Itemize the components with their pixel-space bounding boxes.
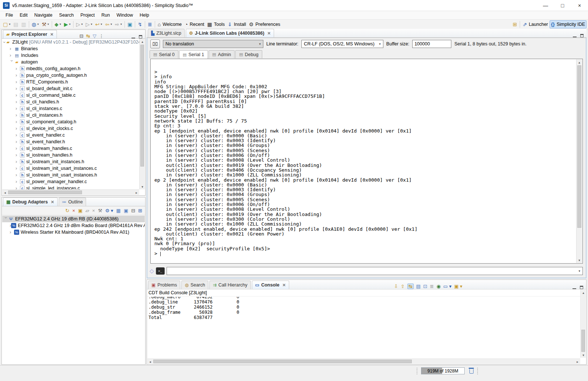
maximize-view-icon[interactable] bbox=[580, 34, 584, 37]
open-console-button[interactable]: ▣ ▾ bbox=[454, 284, 462, 289]
project-tree-item[interactable]: ›hmbedtls_config_autogen.h bbox=[2, 65, 139, 72]
menu-item-navigate[interactable]: Navigate bbox=[31, 11, 56, 19]
link-with-editor-button[interactable]: ↹ bbox=[86, 34, 90, 38]
debug-button[interactable]: ◆▾ bbox=[53, 20, 63, 28]
project-tree-item[interactable]: ›csl_simple_led_instances.c bbox=[2, 185, 139, 189]
console-vscrollbar[interactable]: ▴ ▾ bbox=[580, 290, 586, 358]
device-tools-button[interactable]: ⚒ bbox=[98, 208, 102, 213]
project-tree-item[interactable]: ›▤Includes bbox=[2, 52, 139, 59]
command-input[interactable]: ▾ bbox=[167, 267, 583, 275]
project-tree-item[interactable]: ›▦Binaries bbox=[2, 45, 139, 52]
chevron-right-icon[interactable]: › bbox=[16, 92, 20, 98]
run-button[interactable]: ▶▾ bbox=[62, 20, 72, 28]
scroll-left-icon[interactable]: ◂ bbox=[2, 190, 8, 195]
adapter-settings-button[interactable]: ⚙ ▾ bbox=[105, 208, 113, 213]
chevron-right-icon[interactable]: › bbox=[10, 52, 14, 58]
collapse-tree-button[interactable]: ⊟ bbox=[131, 208, 135, 213]
back-button[interactable]: ⇦▾ bbox=[103, 20, 113, 28]
project-tree-item[interactable]: ›hsl_component_catalog.h bbox=[2, 119, 139, 125]
energy-profiler-button[interactable]: ≣ bbox=[146, 20, 154, 28]
project-tree-item[interactable]: ›▰autogen bbox=[2, 59, 139, 65]
menu-item-project[interactable]: Project bbox=[77, 11, 98, 19]
minimize-view-icon[interactable] bbox=[131, 38, 135, 38]
scroll-up-icon[interactable]: ▴ bbox=[140, 39, 145, 44]
disconnect-button[interactable]: × bbox=[72, 208, 75, 213]
editor-tab-j-link-silicon-labs-440085386-[interactable]: ⚙J-Link Silicon Labs (440085386)✕ bbox=[186, 29, 274, 37]
line-terminator-select[interactable]: CR-LF (DOS, OS/2, MS Windows) ▾ bbox=[301, 40, 383, 48]
project-tree-item[interactable]: ›csl_cli_instances.c bbox=[2, 105, 139, 112]
tab-outline[interactable]: ≔Outline bbox=[59, 198, 86, 206]
tab-call-hierarchy[interactable]: ⇉Call Hierarchy bbox=[209, 281, 251, 289]
chevron-right-icon[interactable]: › bbox=[10, 229, 14, 235]
tab-console[interactable]: ▭Console✕ bbox=[252, 281, 289, 289]
welcome-button[interactable]: ⌂Welcome bbox=[156, 20, 183, 28]
chevron-right-icon[interactable]: › bbox=[16, 139, 20, 144]
serial-tab-admin[interactable]: ▤Admin bbox=[209, 50, 235, 58]
collapse-all-button[interactable]: ⊟ bbox=[79, 34, 83, 38]
chevron-right-icon[interactable]: › bbox=[16, 106, 20, 111]
rename-button[interactable]: ▱ bbox=[86, 208, 89, 213]
tab-debug-adapters[interactable]: ▦Debug Adapters✕ bbox=[3, 198, 58, 206]
tools-button[interactable]: ▦Tools bbox=[206, 20, 226, 28]
scroll-up-icon[interactable]: ▴ bbox=[577, 59, 582, 65]
launch-console-button[interactable]: ▣ bbox=[126, 20, 134, 28]
table-view-button[interactable]: ▦ bbox=[116, 208, 121, 213]
project-tree-item[interactable]: ›hsl_iostream_init_usart_instances.h bbox=[2, 172, 139, 178]
menu-item-edit[interactable]: Edit bbox=[16, 11, 31, 19]
scroll-right-icon[interactable]: ▸ bbox=[134, 190, 139, 195]
new-group-button[interactable]: ▣ bbox=[78, 208, 82, 213]
previous-console-button[interactable]: ⇧ bbox=[401, 284, 405, 289]
run-garbage-collector-button[interactable] bbox=[468, 368, 474, 374]
pin-console-button[interactable]: ◉ bbox=[437, 284, 441, 289]
translation-select[interactable]: No translation ▾ bbox=[163, 40, 263, 48]
menu-item-run[interactable]: Run bbox=[98, 11, 113, 19]
chevron-right-icon[interactable]: › bbox=[16, 126, 20, 131]
chevron-right-icon[interactable]: › bbox=[16, 66, 20, 71]
chevron-right-icon[interactable]: › bbox=[16, 179, 20, 184]
chevron-right-icon[interactable]: › bbox=[16, 165, 20, 171]
launcher-perspective-button[interactable]: ⇗Launcher bbox=[521, 20, 550, 28]
chevron-right-icon[interactable]: › bbox=[16, 112, 20, 118]
project-tree-item[interactable]: ›hsl_cli_instances.h bbox=[2, 112, 139, 119]
new-wizard-button[interactable]: ▢▾ bbox=[1, 20, 12, 28]
flash-programmer-button[interactable]: ↯ bbox=[136, 20, 144, 28]
maximize-window-button[interactable]: □ bbox=[554, 0, 571, 11]
delete-button[interactable]: × bbox=[92, 208, 95, 213]
build-button[interactable]: ⚒▾ bbox=[40, 20, 51, 28]
refresh-adapters-button[interactable]: ↻ bbox=[65, 208, 69, 213]
debug-adapter-item[interactable]: ›%Wireless Starter Kit Mainboard (BRD400… bbox=[2, 229, 145, 236]
project-tree-item[interactable]: ›▰Z3Light[GNU ARM v10.2.1 - Debug] [EFR3… bbox=[2, 39, 139, 45]
scroll-left-icon[interactable]: ◂ bbox=[147, 359, 153, 364]
chevron-right-icon[interactable]: › bbox=[16, 145, 20, 151]
project-tree-item[interactable]: ›hsl_iostream_init_instances.h bbox=[2, 158, 139, 165]
chevron-right-icon[interactable]: › bbox=[10, 223, 11, 228]
chevron-right-icon[interactable]: › bbox=[16, 119, 20, 124]
chevron-right-icon[interactable]: › bbox=[16, 72, 20, 78]
web-browser-button[interactable]: ◍▾ bbox=[30, 20, 40, 28]
profile-button[interactable]: ▷▾ bbox=[75, 20, 84, 28]
recent-button[interactable]: ◔Recent bbox=[183, 20, 206, 28]
chevron-right-icon[interactable]: › bbox=[16, 159, 20, 164]
chevron-right-icon[interactable]: › bbox=[16, 152, 20, 158]
project-tree-item[interactable]: ›csl_power_manager_handler.c bbox=[2, 178, 139, 185]
chevron-down-icon[interactable]: › bbox=[3, 217, 9, 221]
debug-adapter-item[interactable]: ›%EFR32MG12 2.4 GHz 19 dBm Radio Board (… bbox=[2, 222, 145, 229]
last-edit-location-button[interactable]: ↩▾ bbox=[94, 20, 104, 28]
editor-tab-z3light-slcp[interactable]: ▙Z3Light.slcp bbox=[148, 29, 185, 37]
scroll-right-icon[interactable]: ▸ bbox=[575, 359, 580, 364]
simplicity-ide-perspective-button[interactable]: {}Simplicity IDE bbox=[550, 20, 587, 28]
filter-button[interactable]: ▽ bbox=[93, 34, 96, 38]
maximize-view-icon[interactable] bbox=[139, 35, 142, 38]
project-tree-item[interactable]: ›csl_iostream_init_usart_instances.c bbox=[2, 165, 139, 172]
scroll-down-icon[interactable]: ▾ bbox=[577, 257, 582, 263]
chevron-right-icon[interactable]: › bbox=[16, 132, 20, 138]
menu-item-search[interactable]: Search bbox=[56, 11, 77, 19]
copy-view-button[interactable]: ▣ bbox=[124, 208, 128, 213]
clear-terminal-button[interactable]: ⌧ bbox=[150, 40, 160, 48]
project-tree-item[interactable]: ›csl_iostream_handles.c bbox=[2, 145, 139, 152]
terminal-vscrollbar[interactable]: ▴ ▾ bbox=[576, 59, 582, 263]
tab-project-explorer[interactable]: ▰ Project Explorer ✕ bbox=[3, 30, 57, 38]
close-icon[interactable]: ✕ bbox=[267, 31, 271, 36]
terminal-area[interactable]: > > info info MFG String: AppBuilder MFG… bbox=[150, 59, 583, 264]
close-icon[interactable]: ✕ bbox=[282, 283, 286, 288]
